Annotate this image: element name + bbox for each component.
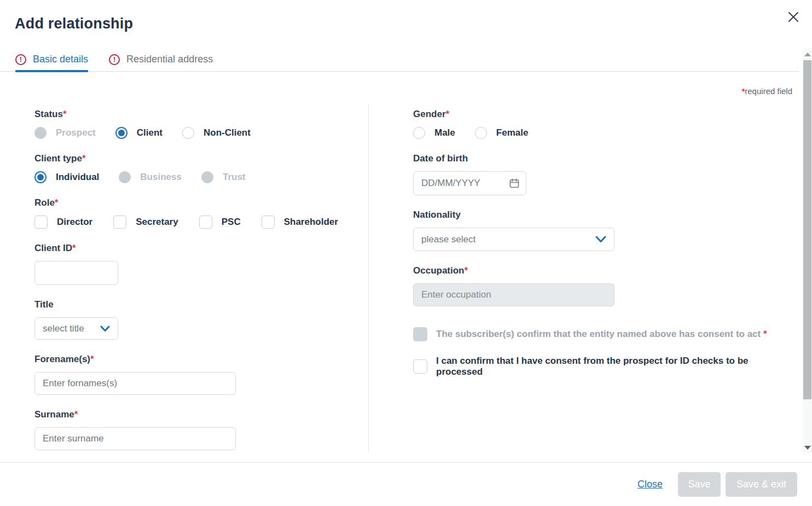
nationality-select[interactable]: please select	[413, 228, 614, 251]
client-id-input[interactable]	[34, 261, 118, 285]
scrollbar-thumb[interactable]	[803, 60, 811, 399]
close-icon[interactable]	[786, 9, 801, 25]
client-type-label: Client type*	[34, 153, 358, 164]
title-label: Title	[34, 299, 358, 310]
checkbox-role-psc[interactable]: PSC	[199, 216, 241, 229]
client-id-field-group: Client ID*	[34, 243, 358, 285]
role-label: Role*	[34, 197, 358, 208]
vertical-scrollbar[interactable]	[803, 48, 812, 454]
radio-disabled-icon	[34, 127, 47, 139]
tab-basic-details[interactable]: ! Basic details	[15, 50, 88, 71]
radio-gender-female[interactable]: Female	[475, 127, 529, 139]
column-divider	[368, 104, 369, 452]
role-field-group: Role* Director Secretary PSC Shareholder	[34, 197, 358, 229]
radio-selected-icon[interactable]	[34, 171, 47, 183]
forenames-label: Forename(s)*	[34, 354, 358, 365]
radio-unselected-icon[interactable]	[413, 127, 425, 139]
surname-input[interactable]	[34, 427, 236, 450]
nationality-label: Nationality	[413, 210, 797, 220]
chevron-down-icon[interactable]	[100, 325, 110, 332]
status-label: Status*	[34, 109, 358, 120]
gender-label: Gender*	[413, 109, 797, 120]
surname-field-group: Surname*	[34, 409, 358, 450]
dob-field-group: Date of birth	[413, 153, 797, 195]
save-exit-button[interactable]: Save & exit	[726, 472, 797, 497]
dob-label: Date of birth	[413, 153, 797, 164]
page-title: Add relationship	[15, 15, 133, 32]
occupation-label: Occupation*	[413, 265, 797, 276]
consent-id-checks-label: I can confirm that I have consent from t…	[436, 356, 797, 377]
chevron-down-icon[interactable]	[595, 236, 606, 243]
close-link[interactable]: Close	[637, 479, 663, 490]
checkbox-icon[interactable]	[34, 216, 48, 229]
basic-details-right-column: Gender* Male Female Date of birth	[413, 109, 797, 377]
surname-label: Surname*	[34, 409, 358, 420]
radio-client-type-business: Business	[119, 171, 182, 183]
checkbox-role-secretary[interactable]: Secretary	[113, 216, 178, 229]
save-button[interactable]: Save	[678, 472, 721, 497]
client-id-label: Client ID*	[34, 243, 358, 254]
radio-status-prospect: Prospect	[34, 127, 96, 139]
tab-bar: ! Basic details ! Residential address	[0, 50, 799, 72]
forenames-input[interactable]	[34, 372, 236, 395]
nationality-field-group: Nationality please select	[413, 210, 797, 251]
gender-field-group: Gender* Male Female	[413, 109, 797, 139]
tab-residential-address[interactable]: ! Residential address	[109, 50, 213, 71]
basic-details-left-column: Status* Prospect Client Non-Client Clien…	[34, 109, 358, 464]
occupation-field-group: Occupation*	[413, 265, 797, 306]
radio-disabled-icon	[119, 171, 131, 183]
client-type-field-group: Client type* Individual Business Trust	[34, 153, 358, 183]
checkbox-icon[interactable]	[199, 216, 212, 229]
radio-unselected-icon[interactable]	[182, 127, 194, 139]
required-field-note: *required field	[741, 86, 792, 96]
radio-disabled-icon	[201, 171, 213, 183]
checkbox-icon[interactable]	[113, 216, 126, 229]
consent-entity-row: The subscriber(s) confirm that the entit…	[413, 327, 797, 341]
title-field-group: Title select title	[34, 299, 358, 340]
calendar-icon[interactable]	[509, 178, 520, 189]
radio-status-non-client[interactable]: Non-Client	[182, 127, 251, 139]
checkbox-icon[interactable]	[262, 216, 275, 229]
radio-client-type-individual[interactable]: Individual	[34, 171, 99, 183]
modal-footer: Close Save Save & exit	[0, 462, 812, 506]
radio-client-type-trust: Trust	[201, 171, 246, 183]
occupation-input	[413, 283, 614, 306]
radio-selected-icon[interactable]	[115, 127, 127, 139]
warning-icon: !	[109, 54, 120, 65]
checkbox-role-director[interactable]: Director	[34, 216, 92, 229]
checkbox-role-shareholder[interactable]: Shareholder	[262, 216, 338, 229]
status-field-group: Status* Prospect Client Non-Client	[34, 109, 358, 139]
consent-id-checks-row[interactable]: I can confirm that I have consent from t…	[413, 356, 797, 377]
scroll-down-arrow-icon[interactable]	[804, 446, 811, 450]
checkbox-icon[interactable]	[413, 359, 427, 374]
title-select[interactable]: select title	[34, 317, 118, 340]
radio-status-client[interactable]: Client	[115, 127, 163, 139]
checkbox-disabled-icon	[413, 327, 427, 341]
add-relationship-modal: Add relationship ! Basic details ! Resid…	[0, 0, 812, 506]
tab-label: Residential address	[126, 54, 213, 65]
warning-icon: !	[15, 54, 26, 65]
forenames-field-group: Forename(s)*	[34, 354, 358, 395]
scroll-up-arrow-icon[interactable]	[804, 53, 811, 56]
consent-entity-label: The subscriber(s) confirm that the entit…	[436, 329, 767, 340]
tab-label: Basic details	[33, 54, 88, 65]
radio-gender-male[interactable]: Male	[413, 127, 455, 139]
radio-unselected-icon[interactable]	[475, 127, 487, 139]
